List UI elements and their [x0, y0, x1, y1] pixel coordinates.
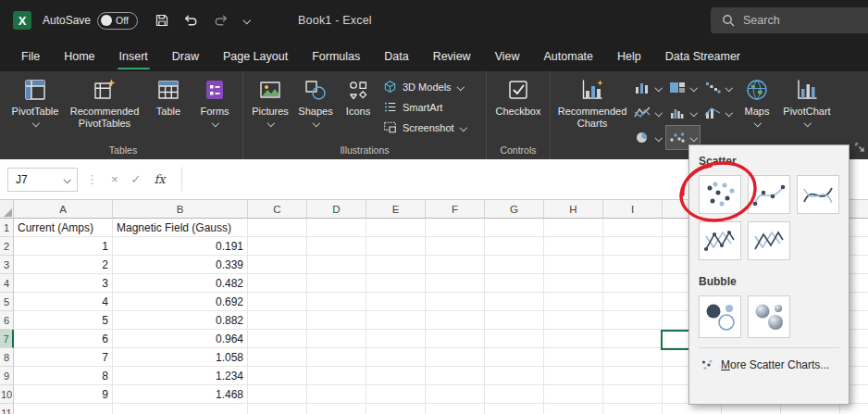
recommended-charts-button[interactable]: Recommended Charts: [554, 71, 630, 150]
cell[interactable]: [307, 311, 366, 330]
pivottable-button[interactable]: PivotTable: [7, 71, 63, 144]
cell[interactable]: [603, 219, 663, 237]
insert-column-chart-button[interactable]: [630, 75, 665, 100]
cell[interactable]: [426, 311, 485, 330]
customize-qat-chevron-icon[interactable]: [242, 18, 250, 23]
maps-button[interactable]: Maps: [736, 71, 778, 150]
tab-automate[interactable]: Automate: [532, 41, 606, 71]
column-header[interactable]: B: [113, 200, 248, 219]
cell[interactable]: [722, 404, 781, 414]
row-header[interactable]: 9: [0, 367, 14, 385]
cell[interactable]: [248, 219, 307, 237]
cell[interactable]: 0.482: [113, 274, 248, 293]
column-header[interactable]: H: [544, 200, 603, 219]
cell[interactable]: [307, 219, 366, 237]
cell[interactable]: [307, 330, 366, 348]
insert-function-icon[interactable]: fx: [148, 172, 172, 186]
row-header[interactable]: 1: [0, 219, 14, 237]
cell[interactable]: [544, 367, 603, 385]
cell[interactable]: [366, 367, 426, 385]
cell[interactable]: [485, 311, 544, 330]
icons-button[interactable]: Icons: [338, 71, 378, 144]
cell[interactable]: [544, 256, 603, 274]
insert-pie-chart-button[interactable]: [630, 125, 665, 150]
cell[interactable]: [113, 404, 248, 414]
undo-icon[interactable]: [183, 13, 199, 28]
cell[interactable]: [307, 293, 366, 311]
checkbox-button[interactable]: Checkbox: [490, 71, 546, 144]
tab-home[interactable]: Home: [52, 41, 106, 71]
row-header-selected[interactable]: 7: [0, 330, 14, 348]
column-header[interactable]: C: [248, 200, 307, 219]
cell[interactable]: [544, 219, 603, 237]
bubble-3d-tile[interactable]: [748, 295, 790, 338]
cell[interactable]: [307, 256, 366, 274]
cell[interactable]: [544, 311, 603, 330]
scatter-smooth-tile[interactable]: [797, 175, 839, 214]
column-header[interactable]: I: [603, 200, 663, 219]
tab-file[interactable]: File: [9, 41, 52, 71]
row-header[interactable]: 10: [0, 385, 14, 404]
insert-statistic-chart-button[interactable]: [665, 100, 701, 125]
cell[interactable]: [307, 237, 366, 256]
cell[interactable]: 0.964: [113, 330, 248, 348]
cell[interactable]: [426, 219, 485, 237]
cell[interactable]: [603, 311, 663, 330]
cell[interactable]: [544, 348, 603, 367]
cell[interactable]: [840, 404, 868, 414]
3d-models-button[interactable]: 3D Models: [380, 79, 480, 94]
cell[interactable]: Magnetic Field (Gauss): [113, 219, 248, 237]
cell[interactable]: [248, 385, 307, 404]
scatter-straight-tile[interactable]: [748, 221, 790, 260]
cell[interactable]: [366, 256, 426, 274]
cell[interactable]: [485, 348, 544, 367]
cell[interactable]: 6: [14, 330, 113, 348]
insert-hierarchy-chart-button[interactable]: [665, 75, 701, 100]
cell[interactable]: [366, 404, 426, 414]
cell[interactable]: [485, 274, 544, 293]
formula-bar-dots-icon[interactable]: ⋮: [86, 172, 98, 186]
save-icon[interactable]: [155, 13, 169, 28]
cell[interactable]: 0.882: [113, 311, 248, 330]
cell[interactable]: [426, 404, 485, 414]
tab-review[interactable]: Review: [421, 41, 483, 71]
cell[interactable]: [248, 367, 307, 385]
cell[interactable]: [603, 274, 663, 293]
search-box[interactable]: Search: [711, 7, 868, 33]
cell[interactable]: [426, 237, 485, 256]
cell[interactable]: [366, 330, 426, 348]
cell[interactable]: [603, 256, 663, 274]
cancel-icon[interactable]: ×: [105, 172, 125, 186]
row-header[interactable]: 3: [0, 256, 14, 274]
cell[interactable]: [426, 348, 485, 367]
cell[interactable]: [248, 404, 307, 414]
cell[interactable]: [248, 256, 307, 274]
cell[interactable]: 0.339: [113, 256, 248, 274]
pictures-button[interactable]: Pictures: [247, 71, 293, 144]
cell[interactable]: [603, 367, 663, 385]
cell[interactable]: [14, 404, 113, 414]
row-header[interactable]: 8: [0, 348, 14, 367]
cell[interactable]: 5: [14, 311, 113, 330]
cell[interactable]: [544, 330, 603, 348]
cell[interactable]: [426, 330, 485, 348]
cell[interactable]: [307, 367, 366, 385]
cell[interactable]: 0.191: [113, 237, 248, 256]
cell[interactable]: 2: [14, 256, 113, 274]
table-button[interactable]: Table: [146, 71, 191, 144]
row-header[interactable]: 11: [0, 404, 14, 414]
cell[interactable]: [603, 348, 663, 367]
row-header[interactable]: 4: [0, 274, 14, 293]
scatter-tile[interactable]: [699, 175, 741, 214]
column-header[interactable]: A: [14, 200, 113, 219]
cell[interactable]: [544, 237, 603, 256]
column-header[interactable]: E: [366, 200, 426, 219]
charts-dialog-launcher[interactable]: [855, 139, 864, 156]
cell[interactable]: [426, 385, 485, 404]
cell[interactable]: [485, 404, 544, 414]
insert-combo-chart-button[interactable]: [701, 100, 736, 125]
cell[interactable]: [485, 330, 544, 348]
pivotchart-button[interactable]: PivotChart: [778, 71, 836, 150]
cell[interactable]: [366, 237, 426, 256]
forms-button[interactable]: Forms: [191, 71, 239, 144]
